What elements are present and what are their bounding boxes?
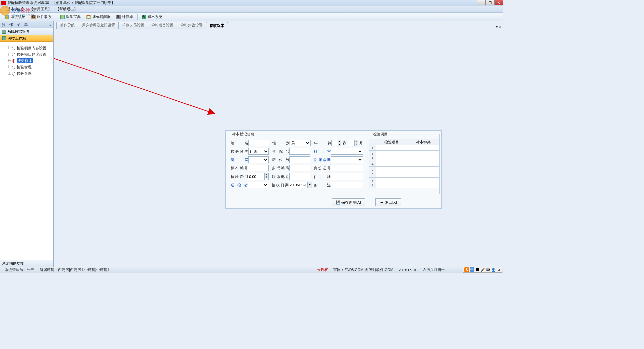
select-diagnosis[interactable] [331,156,363,163]
tabstrip: 操作导航 用户管理及权限设置 单位人员设置 检验项目设置 检验建议设置 接收标本… [54,21,503,29]
fieldset-testitems: 检验项目 检验项目标本种类 1 2 3 4 5 6 7 8 [369,134,440,194]
status-unauth: 未授权 [317,267,328,272]
label-ward[interactable]: 病 室 [231,157,248,162]
label-idno: 身份证号 [314,166,331,171]
tool-reminder[interactable]: ⏰迷你提醒器 [84,14,113,20]
input-name[interactable] [248,140,269,146]
sidebar-collapse-icon[interactable]: « [49,23,51,27]
tab-dropdown-icon[interactable]: ▾ [496,25,498,29]
tab-usermanage[interactable]: 用户管理及权限设置 [78,22,119,29]
window-titlebar: 智能检验管理系统 v68.30 【使用单位：智能医学院第一门诊部】 — ❐ ✕ [0,0,503,6]
back-icon: ↩ [380,200,384,204]
fieldset-registration: 标本登记信息 姓 名 性 别 男 年 龄 ▲▼ 岁 ▲▼ 月 检验分 [228,134,366,194]
sidebar-section-aux[interactable]: 系统辅助功能 [0,260,53,267]
input-bedno[interactable] [289,156,310,163]
label-barcode: 条码编号 [272,166,289,171]
input-specimenno[interactable] [248,165,269,171]
tree-item-contentset[interactable]: ⊢检验项目内容设置 [1,45,52,51]
status-website: 官网：ZN98.COM 或 智能软件.COM [333,267,393,272]
annotation-arrow [54,21,288,136]
ime-keyboard-icon[interactable]: ⌨ [486,267,490,272]
app-title: 智能检验管理系统 v68.30 [7,0,49,5]
table-row[interactable]: 3 [369,156,439,161]
form-panel: 标本登记信息 姓 名 性 别 男 年 龄 ▲▼ 岁 ▲▼ 月 检验分 [225,130,442,209]
input-remark[interactable] [331,182,363,188]
status-pharmacy: 所属药房：西药房|西药房1|中药房|中药房1 [40,267,109,272]
tab-testitem[interactable]: 检验项目设置 [148,22,177,29]
select-ward[interactable] [248,156,269,163]
tab-close-icon[interactable]: × [499,25,501,29]
ime-lang-icon[interactable]: 中 [470,267,474,272]
label-dept[interactable]: 科 室 [314,149,331,154]
save-button[interactable]: 💾保存新增[A] [332,198,365,206]
ime-mic-icon[interactable]: 🎤 [480,267,485,272]
ime-tray: S 中 🅰 🎤 ⌨ 👤 ⚙ [463,267,502,273]
label-diagnosis[interactable]: 临床诊断 [314,157,331,162]
save-icon: 💾 [336,200,340,204]
sidebar-section-medstation[interactable]: 医技工作站 [0,35,53,42]
menubar: 【基本功能】 【常用工具】 【帮助退出】 [0,6,503,13]
unit-label: 【使用单位：智能医学院第一门诊部】 [52,0,115,5]
tab-receive-specimen[interactable]: 接收标本 [206,22,228,29]
main-layout: 操 作 菜 单 « 系统数据管理 医技工作站 ⊢检验项目内容设置 ⊢检验项目建议… [0,21,503,267]
table-row[interactable]: 2 [369,151,439,156]
tree-item-suggestset[interactable]: ⊢检验项目建议设置 [1,51,52,58]
input-phone[interactable] [289,173,310,180]
label-specimenno: 标本编号 [231,166,248,171]
label-recvdate: 接收日期 [272,183,289,188]
spin-age-year[interactable]: ▲▼ [331,140,341,146]
table-row[interactable]: 1 [369,145,439,151]
tree-item-testquery[interactable]: ⊥检验查询 [1,70,52,77]
menu-tools[interactable]: 【常用工具】 [28,6,54,12]
sidebar-section-sysdata[interactable]: 系统数据管理 [0,28,53,35]
input-address[interactable] [331,173,363,180]
maximize-button[interactable]: ❐ [486,0,494,5]
tree-item-testmanage[interactable]: ⊢检验管理 [1,64,52,70]
tool-calc[interactable]: 🖩计算器 [113,14,136,20]
table-row[interactable]: 5 [369,167,439,172]
input-barcode[interactable] [289,165,310,171]
input-hospitalno[interactable] [289,148,310,155]
tree-item-receive-specimen[interactable]: ⊢接受标本 [1,58,52,64]
label-name: 姓 名 [231,141,248,146]
input-idno[interactable] [331,165,363,171]
table-row[interactable]: 8 [369,183,439,188]
select-dept[interactable] [331,148,363,155]
statusbar: 系统管理员：张三 所属药房：西药房|西药房1|中药房|中药房1 未授权 官网：Z… [0,267,503,273]
menu-help[interactable]: 【帮助退出】 [54,6,80,12]
spin-age-month[interactable]: ▲▼ [348,140,358,146]
input-recvdate[interactable] [289,182,308,188]
close-button[interactable]: ✕ [494,0,503,5]
table-row[interactable]: 4 [369,161,439,167]
tool-exit[interactable]: ⏻退出系统 [139,14,165,20]
tool-medbook[interactable]: 📗医学宝典 [57,14,84,20]
label-category: 检验分类 [231,149,248,154]
ime-settings-icon[interactable]: ⚙ [496,267,501,272]
status-admin: 系统管理员：张三 [5,267,34,272]
tab-unitstaff[interactable]: 单位人员设置 [118,22,148,29]
menu-basic[interactable]: 【基本功能】 [1,6,28,12]
sidebar-header: 操 作 菜 单 « [0,21,53,28]
tab-nav[interactable]: 操作导航 [56,22,78,29]
status-lunar: 农历八月初一 [423,267,445,272]
test-items-table: 检验项目标本种类 1 2 3 4 5 6 7 8 [369,139,439,188]
tab-testsuggest[interactable]: 检验建议设置 [177,22,206,29]
table-row[interactable]: 6 [369,172,439,178]
label-sender[interactable]: 送 检 者 [231,183,248,188]
sidebar: 操 作 菜 单 « 系统数据管理 医技工作站 ⊢检验项目内容设置 ⊢检验项目建议… [0,21,54,267]
tool-lock[interactable]: 🔒系统锁屏 [2,14,28,20]
ime-punct-icon[interactable]: 🅰 [475,267,480,272]
ime-sogou-icon[interactable]: S [464,267,469,272]
tool-contact[interactable]: ☎软件联系 [28,14,54,20]
select-gender[interactable]: 男 [290,140,311,146]
toolbar: 🔒系统锁屏 ☎软件联系 📗医学宝典 ⏰迷你提醒器 🖩计算器 ⏻退出系统 [0,13,503,21]
input-fee[interactable] [248,173,265,180]
minimize-button[interactable]: — [477,0,486,5]
label-age: 年 龄 [314,141,331,146]
back-button[interactable]: ↩返回[X] [375,198,401,206]
select-category[interactable]: 门诊 [248,148,269,155]
fieldset2-legend: 检验项目 [372,132,389,137]
select-sender[interactable] [248,182,268,188]
table-row[interactable]: 7 [369,178,439,183]
ime-user-icon[interactable]: 👤 [491,267,496,272]
